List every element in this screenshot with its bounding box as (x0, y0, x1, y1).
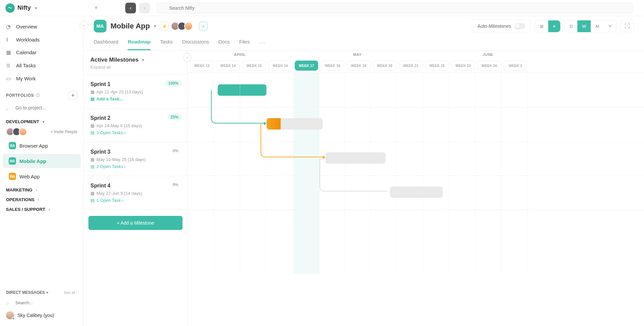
month-label: JUNE (423, 51, 553, 59)
add-portfolio-button[interactable]: + (69, 91, 77, 100)
project-title[interactable]: Mobile App ▾ (111, 22, 156, 30)
tab-roadmap[interactable]: Roadmap (128, 35, 150, 50)
tab-dashboard[interactable]: Dashboard (94, 35, 118, 50)
zoom-day-button[interactable]: D (565, 20, 577, 32)
week-pill[interactable]: WEEK 19 (347, 61, 370, 71)
project-browser-app[interactable]: BABrowser App (3, 139, 81, 153)
invite-people-link[interactable]: + Invite People (51, 130, 77, 134)
week-pill[interactable]: WEEK 16 (269, 61, 292, 71)
fullscreen-button[interactable]: ⛶ (621, 19, 634, 33)
week-pill[interactable]: WEEK 24 (478, 61, 501, 71)
week-pill[interactable]: WEEK 13 (190, 61, 214, 71)
sidebar-item-all-tasks[interactable]: ≣All Tasks (0, 59, 83, 72)
milestone-item[interactable]: Sprint 4 ▦ May 27-Jun 9 (14 days) ▤ 1 Op… (84, 176, 187, 210)
calendar-icon: ▦ (90, 123, 94, 128)
automation-button[interactable]: ⚡ (160, 22, 169, 30)
portfolio-group-marketing[interactable]: MARKETING› (0, 184, 83, 194)
open-tasks-link[interactable]: ▤ 3 Open Tasks › (90, 130, 181, 135)
dev-members: + Invite People (0, 126, 83, 138)
bell-icon[interactable] (94, 5, 98, 11)
portfolio-group-sales[interactable]: SALES / SUPPORT› (0, 203, 83, 213)
view-switcher: ⊞ ≡ (535, 20, 561, 32)
avatar[interactable] (19, 128, 27, 136)
nav-forward-button[interactable]: › (139, 3, 150, 13)
week-pill[interactable]: WEEK 22 (425, 61, 449, 71)
milestones-title[interactable]: Active Milestones ▾ (90, 57, 181, 63)
milestone-item[interactable]: Sprint 1 ▦ Apr 11-Apr 23 (13 days) ▤ Add… (84, 75, 187, 108)
expand-all-link[interactable]: Expand all (90, 65, 181, 70)
list-view-button[interactable]: ≡ (548, 20, 560, 32)
milestone-item[interactable]: Sprint 2 ▦ Apr 24-May 8 (15 days) ▤ 3 Op… (84, 108, 187, 142)
milestone-percent: 0% (169, 148, 182, 154)
goto-project-input[interactable] (13, 103, 73, 112)
gantt-bar-sprint4[interactable] (390, 186, 443, 198)
project-mobile-app[interactable]: MAMobile App (3, 154, 81, 168)
open-tasks-link[interactable]: ▤ 2 Open Tasks › (90, 164, 181, 169)
dm-user[interactable]: Sky Calibey (you) (0, 309, 83, 322)
open-tasks-link[interactable]: ▤ 1 Open Task › (90, 198, 181, 203)
chevron-down-icon: ▾ (154, 24, 156, 28)
calendar-icon: ▦ (90, 157, 94, 162)
grid-view-button[interactable]: ⊞ (535, 20, 548, 32)
sidebar-item-overview[interactable]: ◔Overview (0, 20, 83, 33)
zoom-month-button[interactable]: M (591, 20, 604, 32)
project-badge: BA (9, 142, 16, 149)
milestone-percent: 25% (167, 114, 182, 120)
milestone-item[interactable]: Sprint 3 ▦ May 10-May 25 (16 days) ▤ 2 O… (84, 142, 187, 176)
add-task-link[interactable]: ▤ Add a Task... (90, 96, 181, 101)
tab-files[interactable]: Files (239, 35, 250, 50)
week-pill[interactable]: WEEK 2 (504, 61, 527, 71)
search-input[interactable] (157, 3, 633, 13)
chevron-down-icon: ▾ (43, 119, 45, 124)
collapse-sidebar-button[interactable]: ‹ (79, 21, 88, 29)
week-pill[interactable]: WEEK 20 (373, 61, 397, 71)
week-pill[interactable]: WEEK 17 (295, 61, 318, 71)
zoom-year-button[interactable]: Y (604, 20, 616, 32)
online-dot-icon (12, 317, 15, 320)
week-pill[interactable]: WEEK 21 (399, 61, 423, 71)
chevron-right-icon: › (49, 207, 50, 212)
chevron-right-icon: › (38, 197, 39, 202)
avatar (6, 311, 14, 319)
auto-milestones-toggle[interactable]: Auto-Milestones (472, 19, 531, 33)
sidebar-item-my-work[interactable]: ▭My Work (0, 72, 83, 85)
week-pill[interactable]: WEEK 18 (321, 61, 344, 71)
portfolio-group-development[interactable]: DEVELOPMENT▾ (0, 116, 83, 126)
sidebar-item-calendar[interactable]: ▦Calendar (0, 46, 83, 59)
add-member-button[interactable]: + (199, 22, 208, 30)
help-icon[interactable]: ⓘ (36, 93, 40, 98)
milestone-percent: 0% (169, 181, 182, 188)
task-icon: ▤ (90, 164, 94, 169)
brand-logo[interactable]: Nifty ▾ (5, 3, 37, 13)
search-icon: ⌕ (6, 106, 9, 111)
timeline: APRIL MAY JUNE WEEK 13WEEK 14WEEK 15WEEK… (188, 51, 644, 326)
milestone-name: Sprint 3 (90, 149, 181, 155)
project-web-app[interactable]: WAWeb App (3, 169, 81, 183)
week-pill[interactable]: WEEK 14 (216, 61, 240, 71)
project-members[interactable] (173, 22, 193, 30)
zoom-week-button[interactable]: W (577, 20, 591, 32)
week-pill[interactable]: WEEK 15 (242, 61, 266, 71)
bolt-icon: ⚡ (162, 24, 167, 29)
nav-back-button[interactable]: ‹ (125, 3, 136, 13)
week-pill[interactable]: WEEK 23 (451, 61, 475, 71)
portfolio-group-operations[interactable]: OPERATIONS› (0, 194, 83, 203)
add-milestone-button[interactable]: + Add a Milestone (88, 216, 183, 230)
expand-icon: ⛶ (625, 23, 630, 29)
sidebar-item-workloads[interactable]: ⫿Workloads (0, 33, 83, 46)
dm-search-input[interactable] (15, 298, 72, 307)
tab-tasks[interactable]: Tasks (160, 35, 173, 50)
search-icon: ⌕ (6, 300, 9, 306)
dm-see-all-link[interactable]: See all › (64, 291, 77, 295)
tab-discussions[interactable]: Discussions (182, 35, 209, 50)
gauge-icon: ◔ (6, 23, 12, 30)
task-icon: ▤ (90, 96, 94, 101)
chevron-down-icon: ▾ (35, 6, 37, 10)
tab-more-button[interactable]: ⋯ (259, 35, 265, 50)
tab-docs[interactable]: Docs (218, 35, 230, 50)
person-plus-icon: + (202, 24, 205, 29)
chevron-right-icon: › (36, 188, 37, 192)
chevron-down-icon: ▾ (142, 58, 144, 62)
topbar: Nifty ▾ ‹ › ⌕ (0, 0, 644, 16)
timeline-body[interactable] (188, 73, 644, 274)
